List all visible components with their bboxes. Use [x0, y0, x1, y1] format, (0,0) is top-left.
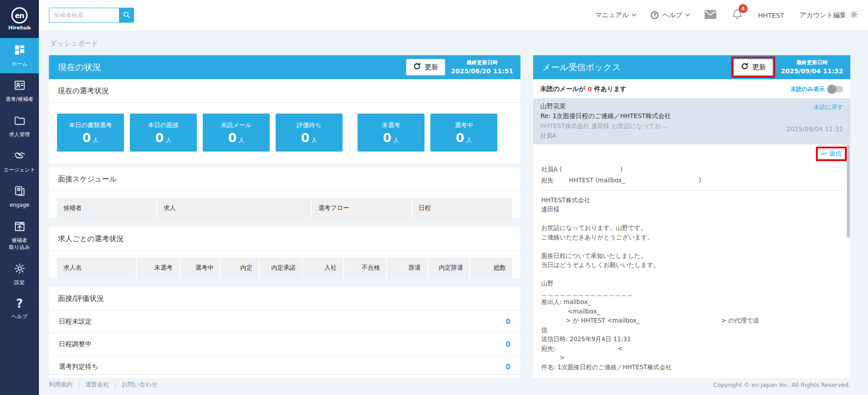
stat-card-today-screening[interactable]: 本日の書類選考 0人: [57, 114, 124, 152]
reply-button[interactable]: ↩ 返信: [818, 149, 844, 159]
column-header: 総数: [470, 258, 512, 278]
mail-detail-body: HHTEST株式会社 逢田様 お世話になっております。山野です。 ご連絡いただき…: [541, 195, 842, 372]
column-header: 選考フロー: [312, 198, 412, 218]
search-input[interactable]: [49, 8, 119, 23]
account-name[interactable]: HHTEST: [758, 12, 784, 19]
footer-link-contact[interactable]: お問い合わせ: [122, 381, 157, 389]
footer-separator: |: [114, 381, 116, 388]
envelope-icon: [705, 10, 716, 20]
logo-name: Hirehub: [8, 25, 30, 31]
interview-schedule-card: 面接スケジュール 候補者 求人 選考フロー 日程: [49, 167, 520, 218]
unread-only-toggle[interactable]: 未読のみ表示: [790, 86, 843, 93]
status-refresh-button[interactable]: 更新: [406, 59, 445, 76]
eval-row-value[interactable]: 0: [506, 363, 510, 371]
mail-scrollbar-thumb[interactable]: [847, 145, 850, 238]
stat-label: 選考中: [455, 121, 473, 129]
topbar: マニュアル ? ヘルプ 4 HHTEST: [39, 0, 868, 30]
stat-card-in-selection[interactable]: 選考中 0人: [430, 114, 497, 152]
help-menu[interactable]: ? ヘルプ: [651, 11, 689, 19]
column-header: 選考中: [180, 258, 221, 278]
gear-icon: [14, 262, 26, 276]
sidebar-item-agent[interactable]: エージェント: [0, 144, 39, 179]
sidebar-nav: ホーム 選考/候補者 求人管理 エージェント engage 候補者 取り込み: [0, 38, 39, 395]
account-edit-label: アカウント編集: [800, 11, 846, 19]
unread-only-label: 未読のみ表示: [790, 86, 825, 93]
sidebar-item-label: engage: [10, 202, 29, 209]
highlight-box-reply: ↩ 返信: [816, 147, 847, 161]
stat-card-today-interview[interactable]: 本日の面接 0人: [130, 114, 197, 152]
footer-link-company[interactable]: 運営会社: [85, 381, 109, 389]
main-area: マニュアル ? ヘルプ 4 HHTEST: [39, 0, 868, 395]
copyright: Copyright © en Japan Inc. All Rights Res…: [713, 381, 850, 388]
stat-card-unread-mail[interactable]: 未読メール 0人: [203, 114, 270, 152]
breadcrumb: ダッシュボード: [50, 39, 850, 48]
toggle-switch[interactable]: [828, 86, 843, 92]
id-card-icon: [14, 79, 26, 93]
per-job-status-card: 求人ごとの選考状況 求人名 未選考 選考中 内定 内定承諾 入社 不合格 辞退 …: [49, 227, 520, 278]
refresh-icon: [741, 62, 749, 72]
account-edit-button[interactable]: アカウント編集: [800, 10, 858, 20]
stat-label: 本日の書類選考: [69, 121, 112, 129]
stat-unit: 人: [166, 137, 172, 143]
sidebar: en Hirehub ホーム 選考/候補者 求人管理 エージェント en: [0, 0, 39, 395]
candidate-search: [49, 8, 134, 23]
mark-unread-link[interactable]: 未読に戻す: [813, 103, 843, 111]
folder-icon: [14, 114, 26, 128]
column-header: 入社: [303, 258, 344, 278]
sidebar-item-home[interactable]: ホーム: [0, 38, 39, 73]
eval-row-value[interactable]: 0: [506, 318, 510, 326]
notifications-button[interactable]: 4: [732, 9, 743, 22]
unread-prefix: 未読のメールが: [540, 85, 585, 93]
sidebar-item-label: 選考/候補者: [5, 96, 33, 103]
stat-label: 評価待ち: [297, 121, 321, 129]
mail-button[interactable]: [705, 10, 716, 20]
sidebar-item-engage[interactable]: engage: [0, 179, 39, 214]
sidebar-item-candidates[interactable]: 選考/候補者: [0, 73, 39, 109]
unread-suffix: 件あります: [594, 85, 626, 93]
stat-card-not-selected[interactable]: 未選考 0人: [358, 114, 424, 152]
sidebar-item-label: 求人管理: [9, 131, 30, 138]
notification-badge: 4: [739, 4, 748, 13]
stat-unit: 人: [238, 137, 244, 143]
current-selection-title: 現在の選考状況: [49, 79, 520, 103]
mail-date: 2025/09/04 11:32: [787, 125, 844, 133]
interview-schedule-title: 面接スケジュール: [49, 167, 520, 191]
sidebar-item-label: ホーム: [11, 61, 27, 67]
eval-row-label: 日程調整中: [59, 340, 92, 348]
sidebar-item-settings[interactable]: 設定: [0, 257, 39, 292]
mail-preview: HHTEST株式会社 逢田様 お世話になってお…: [540, 122, 787, 130]
sidebar-item-jobs[interactable]: 求人管理: [0, 109, 39, 144]
mail-list-item[interactable]: 山野花菜 Re: 1次面接日程のご連絡／HHTEST株式会社 HHTEST株式会…: [533, 98, 850, 144]
footer-link-terms[interactable]: 利用規約: [49, 381, 72, 389]
mail-panel-header: メール受信ボックス 更新 最終更新日時 2025/09/04 11:32: [533, 55, 850, 79]
column-header: 未選考: [137, 258, 180, 278]
mail-refresh-button[interactable]: 更新: [734, 59, 773, 76]
en-hirehub-logo[interactable]: en Hirehub: [0, 0, 39, 38]
eval-row-label: 日程未設定: [59, 317, 92, 326]
sidebar-item-help[interactable]: ? ヘルプ: [0, 292, 39, 326]
stat-value: 0: [82, 131, 91, 145]
search-button[interactable]: [119, 8, 134, 23]
sidebar-item-label: 設定: [14, 279, 25, 286]
mail-detail-header: 社員A ( ) 宛先 HHTEST (mailbox_ ): [541, 164, 842, 190]
account-name-label: HHTEST: [758, 12, 784, 19]
chevron-down-icon: [632, 12, 636, 17]
stat-card-awaiting-eval[interactable]: 評価待ち 0人: [276, 114, 343, 152]
eval-row-label: 選考判定待ち: [59, 362, 98, 371]
chevron-down-icon: [685, 12, 690, 17]
eval-row-value[interactable]: 0: [506, 340, 510, 348]
reply-row: ↩ 返信: [533, 144, 850, 162]
mail-panel: メール受信ボックス 更新 最終更新日時 2025/09/04 11:32: [533, 55, 850, 378]
content: ダッシュボード 現在の状況 更新 最終更新日時 202: [39, 30, 868, 395]
en-logo-icon: en: [11, 7, 28, 24]
manual-menu[interactable]: マニュアル: [595, 11, 635, 19]
app-window: en Hirehub ホーム 選考/候補者 求人管理 エージェント en: [0, 0, 868, 395]
mail-subject: Re: 1次面接日程のご連絡／HHTEST株式会社: [540, 112, 787, 120]
stat-label: 未選考: [382, 121, 401, 129]
sidebar-item-import-candidates[interactable]: 候補者 取り込み: [0, 214, 39, 257]
interview-eval-card: 面接/評価状況 日程未設定 0 日程調整中 0 選考判定待ち 0: [49, 287, 520, 378]
refresh-label: 更新: [424, 63, 438, 71]
interview-eval-title: 面接/評価状況: [49, 287, 520, 310]
mail-sender: 山野花菜: [540, 102, 787, 110]
per-job-table-header: 求人名 未選考 選考中 内定 内定承諾 入社 不合格 辞退 内定辞退 総数: [57, 258, 512, 278]
